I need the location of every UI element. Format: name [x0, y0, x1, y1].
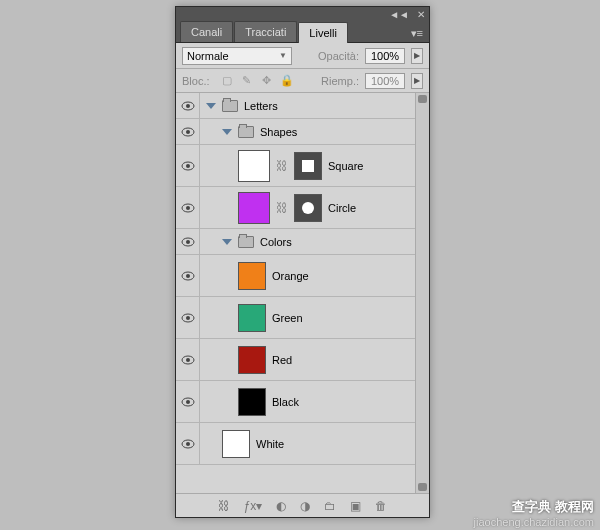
svg-point-3: [186, 130, 190, 134]
lock-all-icon[interactable]: 🔒: [280, 74, 294, 87]
visibility-toggle[interactable]: [176, 187, 200, 228]
new-layer-icon[interactable]: ▣: [350, 499, 361, 513]
tab-livelli[interactable]: Livelli: [298, 22, 348, 43]
layer-thumb[interactable]: [238, 346, 266, 374]
new-group-icon[interactable]: 🗀: [324, 499, 336, 513]
layer-name: White: [256, 438, 284, 450]
layer-orange[interactable]: Orange: [176, 255, 415, 297]
visibility-toggle[interactable]: [176, 229, 200, 254]
fx-icon[interactable]: ƒx▾: [244, 499, 263, 513]
opacity-flyout-icon[interactable]: ▶: [411, 48, 423, 64]
collapse-icon[interactable]: ◄◄: [389, 9, 409, 20]
layer-name: Shapes: [260, 126, 297, 138]
tab-canali[interactable]: Canali: [180, 21, 233, 42]
layer-group-shapes[interactable]: Shapes: [176, 119, 415, 145]
disclosure-triangle-icon[interactable]: [222, 239, 232, 245]
panel-body: Normale ▼ Opacità: 100% ▶ Bloc.: ▢ ✎ ✥ 🔒…: [176, 43, 429, 517]
layer-thumb[interactable]: [238, 150, 270, 182]
layer-group-colors[interactable]: Colors: [176, 229, 415, 255]
layer-white[interactable]: White: [176, 423, 415, 465]
blend-mode-select[interactable]: Normale ▼: [182, 47, 292, 65]
folder-icon: [238, 126, 254, 138]
svg-point-11: [186, 274, 190, 278]
blend-row: Normale ▼ Opacità: 100% ▶: [176, 43, 429, 69]
layers-panel: ◄◄ ✕ Canali Tracciati Livelli ▾≡ Normale…: [175, 6, 430, 518]
layer-red[interactable]: Red: [176, 339, 415, 381]
visibility-toggle[interactable]: [176, 381, 200, 422]
layer-black[interactable]: Black: [176, 381, 415, 423]
lock-transparency-icon[interactable]: ▢: [220, 74, 234, 87]
tab-tracciati[interactable]: Tracciati: [234, 21, 297, 42]
panel-footer: ⛓ ƒx▾ ◐ ◑ 🗀 ▣ 🗑: [176, 493, 429, 517]
layers-list: Letters Shapes ⛓ Square: [176, 93, 429, 493]
scroll-down-icon[interactable]: [418, 483, 427, 491]
layer-name: Colors: [260, 236, 292, 248]
panel-titlebar: ◄◄ ✕: [176, 7, 429, 21]
visibility-toggle[interactable]: [176, 339, 200, 380]
layer-thumb[interactable]: [238, 388, 266, 416]
scrollbar[interactable]: [415, 93, 429, 493]
folder-icon: [238, 236, 254, 248]
link-layers-icon[interactable]: ⛓: [218, 499, 230, 513]
chevron-down-icon: ▼: [279, 51, 287, 60]
opacity-field[interactable]: 100%: [365, 48, 405, 64]
layer-name: Square: [328, 160, 363, 172]
lock-icons: ▢ ✎ ✥ 🔒: [220, 74, 294, 87]
layer-circle[interactable]: ⛓ Circle: [176, 187, 415, 229]
visibility-toggle[interactable]: [176, 119, 200, 144]
layer-name: Letters: [244, 100, 278, 112]
opacity-label: Opacità:: [318, 50, 359, 62]
layer-name: Orange: [272, 270, 309, 282]
visibility-toggle[interactable]: [176, 145, 200, 186]
visibility-toggle[interactable]: [176, 297, 200, 338]
svg-point-19: [186, 442, 190, 446]
svg-point-5: [186, 164, 190, 168]
adjustment-icon[interactable]: ◑: [300, 499, 310, 513]
fill-flyout-icon[interactable]: ▶: [411, 73, 423, 89]
tab-strip: Canali Tracciati Livelli ▾≡: [176, 21, 429, 43]
fill-label: Riemp.:: [321, 75, 359, 87]
fill-field[interactable]: 100%: [365, 73, 405, 89]
layer-name: Black: [272, 396, 299, 408]
visibility-toggle[interactable]: [176, 93, 200, 118]
layer-name: Circle: [328, 202, 356, 214]
layer-thumb[interactable]: [238, 192, 270, 224]
layer-name: Red: [272, 354, 292, 366]
layer-name: Green: [272, 312, 303, 324]
lock-label: Bloc.:: [182, 75, 210, 87]
svg-point-15: [186, 358, 190, 362]
watermark-brand: 查字典 教程网: [512, 498, 594, 516]
panel-menu-icon[interactable]: ▾≡: [409, 25, 425, 42]
layer-green[interactable]: Green: [176, 297, 415, 339]
visibility-toggle[interactable]: [176, 255, 200, 296]
layer-thumb[interactable]: [222, 430, 250, 458]
watermark-url: jiaocheng.chazidian.com: [474, 516, 594, 528]
svg-point-7: [186, 206, 190, 210]
layer-thumb[interactable]: [238, 304, 266, 332]
mask-icon[interactable]: ◐: [276, 499, 286, 513]
lock-row: Bloc.: ▢ ✎ ✥ 🔒 Riemp.: 100% ▶: [176, 69, 429, 93]
layer-thumb[interactable]: [238, 262, 266, 290]
visibility-toggle[interactable]: [176, 423, 200, 464]
link-icon[interactable]: ⛓: [276, 159, 288, 173]
layer-square[interactable]: ⛓ Square: [176, 145, 415, 187]
svg-point-9: [186, 240, 190, 244]
disclosure-triangle-icon[interactable]: [206, 103, 216, 109]
svg-point-1: [186, 104, 190, 108]
link-icon[interactable]: ⛓: [276, 201, 288, 215]
svg-point-13: [186, 316, 190, 320]
vector-mask-thumb[interactable]: [294, 194, 322, 222]
scroll-up-icon[interactable]: [418, 95, 427, 103]
blend-mode-value: Normale: [187, 50, 229, 62]
layer-group-letters[interactable]: Letters: [176, 93, 415, 119]
trash-icon[interactable]: 🗑: [375, 499, 387, 513]
vector-mask-thumb[interactable]: [294, 152, 322, 180]
folder-icon: [222, 100, 238, 112]
close-icon[interactable]: ✕: [417, 9, 425, 20]
lock-paint-icon[interactable]: ✎: [240, 74, 254, 87]
disclosure-triangle-icon[interactable]: [222, 129, 232, 135]
lock-position-icon[interactable]: ✥: [260, 74, 274, 87]
svg-point-17: [186, 400, 190, 404]
